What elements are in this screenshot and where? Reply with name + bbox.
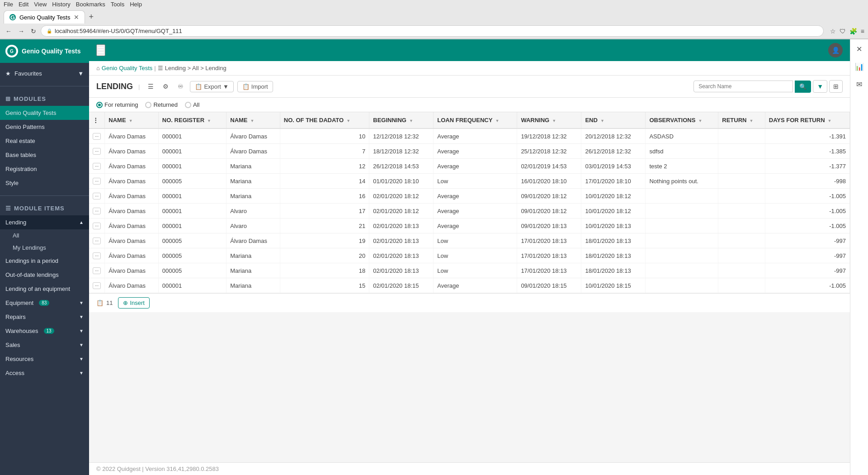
col-daysforreturn-header[interactable]: DAYS FOR RETURN ▼ [765, 112, 849, 128]
col-return-header[interactable]: RETURN ▼ [718, 112, 765, 128]
chart-panel-button[interactable]: 📊 [853, 61, 866, 73]
row-menu-button[interactable]: ··· [93, 148, 101, 155]
breadcrumb-home-link[interactable]: Genio Quality Tests [102, 65, 152, 71]
search-input[interactable] [693, 81, 793, 92]
chart-view-button[interactable]: ♾ [175, 81, 186, 92]
col-observations-header[interactable]: OBSERVATIONS ▼ [646, 112, 718, 128]
sidebar-item-label: Genio Patterns [5, 124, 45, 130]
sidebar-item-real-estate[interactable]: Real estate [0, 134, 89, 148]
back-button[interactable]: ← [4, 27, 14, 36]
address-bar[interactable]: 🔒 localhost:59464/#/en-US/0/GQT/menu/GQT… [41, 25, 824, 37]
home-icon: ⌂ [96, 65, 100, 71]
radio-for-returning[interactable] [96, 102, 103, 108]
sidebar-item-access[interactable]: Access ▼ [0, 366, 89, 380]
reload-button[interactable]: ↻ [29, 27, 38, 36]
col-loanfreq-header[interactable]: LOAN FREQUENCY ▼ [434, 112, 517, 128]
shield-button[interactable]: 🛡 [840, 28, 846, 35]
cell-end: 10/01/2020 18:12 [581, 189, 646, 204]
row-menu-button[interactable]: ··· [93, 163, 101, 170]
col-warning-header[interactable]: WARNING ▼ [517, 112, 581, 128]
sidebar-item-lending-equipment[interactable]: Lending of an equipment [0, 282, 89, 296]
export-button[interactable]: 📋 Export ▼ [190, 81, 233, 92]
sidebar-item-outofdate[interactable]: Out-of-date lendings [0, 268, 89, 282]
sidebar-item-style[interactable]: Style [0, 176, 89, 190]
sidebar-subitem-my-lendings[interactable]: My Lendings [0, 242, 89, 254]
cell-return [718, 189, 765, 204]
sidebar-subitem-all[interactable]: All [0, 229, 89, 242]
row-menu-button[interactable]: ··· [93, 238, 101, 244]
sidebar-item-lendings-period[interactable]: Lendings in a period [0, 254, 89, 268]
cell-days: -1.005 [765, 189, 849, 204]
row-menu-button[interactable]: ··· [93, 252, 101, 259]
filter-all[interactable]: All [185, 101, 199, 108]
row-menu-button[interactable]: ··· [93, 178, 101, 185]
radio-returned[interactable] [145, 102, 151, 108]
row-menu-button[interactable]: ··· [93, 208, 101, 214]
sidebar-item-lending[interactable]: Lending ▲ [0, 215, 89, 229]
warehouses-badge: 13 [44, 328, 54, 334]
cell-register: 000005 [158, 248, 226, 263]
row-menu-button[interactable]: ··· [93, 223, 101, 229]
bookmark-button[interactable]: ☆ [830, 28, 836, 35]
col-nodadato-header[interactable]: NO. OF THE DADATO ▼ [280, 112, 369, 128]
col-end-header[interactable]: END ▼ [581, 112, 646, 128]
sort-icon-8: ▼ [600, 119, 604, 123]
insert-button[interactable]: ⊕ Insert [118, 297, 150, 309]
row-menu-button[interactable]: ··· [93, 282, 101, 289]
favourites-label: Favourites [14, 70, 42, 77]
search-area: 🔍 ▼ ⊞ [693, 80, 843, 93]
cell-warning: 17/01/2020 18:13 [517, 248, 581, 263]
row-menu-cell: ··· [89, 174, 105, 189]
menu-help[interactable]: Help [130, 1, 142, 8]
sidebar-item-genio-quality-tests[interactable]: Genio Quality Tests [0, 106, 89, 120]
menu-history[interactable]: History [52, 1, 70, 8]
forward-button[interactable]: → [16, 27, 26, 36]
filter-for-returning[interactable]: For returning [96, 101, 138, 108]
radio-all[interactable] [185, 102, 191, 108]
list-view-button[interactable]: ☰ [145, 81, 156, 92]
col-name1-header[interactable]: NAME ▼ [105, 112, 159, 128]
import-button[interactable]: 📋 Import [237, 81, 273, 92]
col-name2-header[interactable]: NAME ▼ [226, 112, 280, 128]
col-register-header[interactable]: NO. REGISTER ▼ [158, 112, 226, 128]
hamburger-button[interactable]: ☰ [96, 44, 105, 56]
menu-tools[interactable]: Tools [111, 1, 124, 8]
menu-button[interactable]: ≡ [861, 28, 864, 35]
sidebar-item-repairs[interactable]: Repairs ▼ [0, 310, 89, 324]
chevron-down-icon-2: ▼ [79, 300, 84, 305]
col-beginning-header[interactable]: BEGINNING ▼ [369, 112, 434, 128]
column-settings-button[interactable]: ⊞ [829, 80, 843, 93]
settings-view-button[interactable]: ⚙ [160, 81, 171, 92]
row-menu-button[interactable]: ··· [93, 133, 101, 140]
menu-view[interactable]: View [34, 1, 47, 8]
sidebar-item-sales[interactable]: Sales ▼ [0, 338, 89, 352]
menu-file[interactable]: File [4, 1, 13, 8]
browser-tab[interactable]: G Genio Quality Tests ✕ [4, 10, 85, 24]
sidebar-item-registration[interactable]: Registration [0, 162, 89, 176]
sidebar-item-equipment[interactable]: Equipment 83 ▼ [0, 296, 89, 310]
new-tab-button[interactable]: + [87, 10, 95, 24]
options-icon: ⋮ [93, 117, 99, 124]
extensions-button[interactable]: 🧩 [849, 28, 857, 35]
close-panel-button[interactable]: ✕ [854, 43, 864, 55]
sidebar-item-genio-patterns[interactable]: Genio Patterns [0, 120, 89, 134]
sidebar-item-base-tables[interactable]: Base tables [0, 148, 89, 162]
filter-button[interactable]: ▼ [813, 80, 827, 93]
page-title-area: LENDING | ☰ ⚙ ♾ 📋 Export ▼ 📋 Imp [96, 81, 273, 92]
sidebar-item-warehouses[interactable]: Warehouses 13 ▼ [0, 324, 89, 338]
row-menu-button[interactable]: ··· [93, 267, 101, 274]
sidebar-item-resources[interactable]: Resources ▼ [0, 352, 89, 366]
tab-close-button[interactable]: ✕ [74, 14, 79, 21]
top-bar: ☰ 👤 [89, 39, 850, 61]
cell-observations [646, 233, 718, 248]
user-avatar[interactable]: 👤 [828, 43, 843, 57]
favourites-item[interactable]: ★ Favourites ▼ [0, 66, 89, 81]
table-footer: 📋 11 ⊕ Insert [89, 293, 850, 312]
main-content: ☰ 👤 ⌂ Genio Quality Tests | ☰ Lending > … [89, 39, 850, 475]
search-button[interactable]: 🔍 [795, 81, 811, 93]
menu-edit[interactable]: Edit [19, 1, 28, 8]
row-menu-button[interactable]: ··· [93, 193, 101, 200]
filter-returned[interactable]: Returned [145, 101, 177, 108]
messages-panel-button[interactable]: ✉ [854, 78, 864, 90]
menu-bookmarks[interactable]: Bookmarks [76, 1, 105, 8]
